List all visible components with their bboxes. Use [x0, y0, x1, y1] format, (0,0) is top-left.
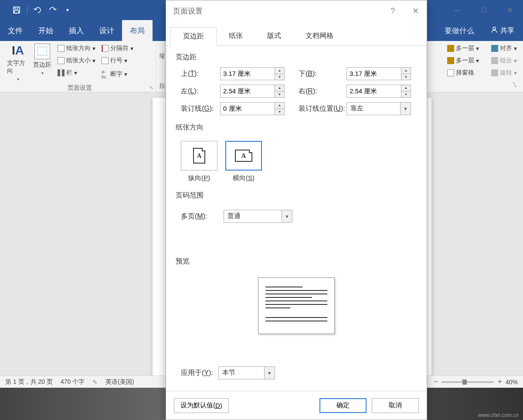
language-indicator[interactable]: 英语(美国): [105, 378, 134, 386]
apply-to-select[interactable]: 本节▼: [218, 366, 275, 379]
line-numbers-button[interactable]: 行号 ▾: [100, 56, 135, 65]
group-button[interactable]: 组合 ▾: [489, 56, 519, 65]
tab-home[interactable]: 开始: [31, 20, 61, 41]
zoom-slider[interactable]: [441, 381, 494, 383]
pages-row: 多页(M): 普通▼: [176, 205, 417, 227]
align-button[interactable]: 对齐 ▾: [489, 44, 519, 53]
multi-pages-select[interactable]: 普通▼: [224, 210, 292, 223]
line-numbers-icon: [102, 57, 109, 64]
spin-down-icon[interactable]: ▼: [401, 92, 411, 98]
group-arrange: 多一层 ▾ 多一层 ▾ 择窗格: [441, 41, 485, 92]
breaks-icon: [102, 45, 109, 52]
qat-customize-icon[interactable]: ▾: [63, 6, 72, 14]
cancel-button[interactable]: 取消: [372, 398, 419, 413]
dialog-tab-paper[interactable]: 纸张: [217, 27, 255, 46]
dialog-tab-layout[interactable]: 版式: [255, 27, 293, 46]
gutter-input[interactable]: ▲▼: [220, 102, 285, 115]
forward-icon: [447, 45, 454, 52]
spin-up-icon[interactable]: ▲: [275, 85, 284, 92]
spin-up-icon[interactable]: ▲: [401, 85, 411, 92]
top-margin-input[interactable]: ▲▼: [220, 67, 285, 80]
rotate-button[interactable]: 旋转 ▾: [489, 68, 519, 78]
zoom-out-button[interactable]: −: [434, 377, 438, 386]
group-paragraph: 缩 段: [156, 41, 165, 92]
dialog-launcher-icon[interactable]: ⤡: [148, 84, 155, 91]
label-left: 左(L):: [181, 87, 220, 96]
dialog-close-button[interactable]: ✕: [404, 0, 427, 21]
spin-up-icon[interactable]: ▲: [401, 68, 411, 74]
group-label-page-setup: 页面设置: [7, 82, 152, 92]
zoom-level[interactable]: 40%: [506, 379, 518, 386]
orientation-landscape[interactable]: A 横向(S): [225, 141, 262, 182]
collapse-ribbon-icon[interactable]: ㄟ: [512, 81, 518, 89]
landscape-icon: A: [235, 150, 252, 162]
spin-up-icon[interactable]: ▲: [275, 68, 284, 74]
section-orientation-label: 纸张方向: [176, 123, 417, 132]
bring-forward-button[interactable]: 多一层 ▾: [445, 44, 481, 53]
page-indicator[interactable]: 第 1 页，共 20 页: [5, 378, 53, 386]
label-apply-to: 应用于(Y):: [181, 369, 213, 378]
size-icon: [58, 57, 65, 64]
selection-pane-button[interactable]: 择窗格: [445, 68, 481, 78]
svg-point-3: [493, 27, 496, 30]
quick-access-toolbar: ▾: [0, 6, 72, 14]
hyphenation-button[interactable]: a-bc断字 ▾: [100, 68, 135, 80]
tab-insert[interactable]: 插入: [61, 20, 92, 41]
watermark: www.cfan.com.cn: [478, 412, 519, 418]
dialog-titlebar[interactable]: 页面设置 ? ✕: [166, 0, 427, 21]
label-gutter: 装订线(G):: [181, 104, 220, 113]
ok-button[interactable]: 确定: [319, 398, 367, 413]
send-backward-button[interactable]: 多一层 ▾: [445, 56, 481, 65]
spin-down-icon[interactable]: ▼: [401, 74, 411, 80]
label-top: 上(T):: [181, 69, 220, 79]
tab-file[interactable]: 文件: [0, 20, 31, 41]
selection-pane-icon: [447, 69, 454, 76]
save-icon[interactable]: [12, 6, 21, 14]
chevron-down-icon[interactable]: ▼: [282, 210, 292, 222]
zoom-in-button[interactable]: +: [497, 377, 502, 386]
label-bottom: 下(B):: [299, 69, 346, 79]
set-default-button[interactable]: 设为默认值(D): [174, 398, 229, 413]
redo-icon[interactable]: [48, 6, 57, 14]
tab-design[interactable]: 设计: [92, 20, 122, 41]
size-button[interactable]: 纸张大小 ▾: [56, 56, 97, 65]
text-direction-button[interactable]: IA 文字方向 ▾: [7, 44, 29, 82]
dialog-tab-margins[interactable]: 页边距: [170, 27, 217, 46]
spin-down-icon[interactable]: ▼: [275, 74, 284, 80]
chevron-down-icon[interactable]: ▼: [400, 102, 411, 115]
orientation-portrait[interactable]: A 纵向(P): [181, 141, 217, 182]
dialog-help-button[interactable]: ?: [381, 0, 404, 21]
tab-layout[interactable]: 布局: [122, 20, 153, 41]
group-icon: [491, 57, 498, 64]
dialog-tab-grid[interactable]: 文档网格: [293, 27, 346, 46]
tell-me[interactable]: 要做什么: [437, 20, 482, 41]
undo-icon[interactable]: [34, 6, 42, 14]
group-page-setup: IA 文字方向 ▾ 页边距 ▾ 纸张方向 ▾ 纸张大小 ▾ 栏 ▾ 分隔符 ▾ …: [3, 41, 156, 92]
gutter-position-select[interactable]: 靠左▼: [346, 102, 411, 115]
chevron-down-icon[interactable]: ▼: [264, 367, 275, 379]
minimize-button[interactable]: —: [445, 0, 471, 20]
section-preview-label: 预览: [176, 257, 417, 266]
bottom-margin-input[interactable]: ▲▼: [346, 67, 411, 80]
margins-button[interactable]: 页边距 ▾: [31, 44, 53, 82]
orientation-button[interactable]: 纸张方向 ▾: [56, 44, 97, 53]
columns-button[interactable]: 栏 ▾: [56, 68, 97, 78]
spin-down-icon[interactable]: ▼: [275, 92, 284, 98]
margins-icon: [34, 44, 50, 59]
left-margin-input[interactable]: ▲▼: [220, 85, 285, 98]
svg-rect-1: [15, 7, 18, 9]
label-gutter-pos: 装订线位置(U):: [299, 104, 346, 113]
maximize-button[interactable]: ☐: [471, 0, 497, 20]
label-right: 右(R):: [299, 87, 346, 96]
breaks-button[interactable]: 分隔符 ▾: [100, 44, 135, 53]
section-pages-label: 页码范围: [176, 191, 417, 200]
person-icon: [491, 26, 498, 35]
spellcheck-icon[interactable]: ✎: [92, 379, 98, 386]
spin-up-icon[interactable]: ▲: [275, 102, 284, 109]
word-count[interactable]: 470 个字: [61, 378, 85, 386]
share-button[interactable]: 共享: [482, 20, 523, 41]
right-margin-input[interactable]: ▲▼: [346, 85, 411, 98]
preview-box: [258, 277, 335, 334]
close-button[interactable]: ✕: [497, 0, 523, 20]
spin-down-icon[interactable]: ▼: [275, 109, 284, 115]
